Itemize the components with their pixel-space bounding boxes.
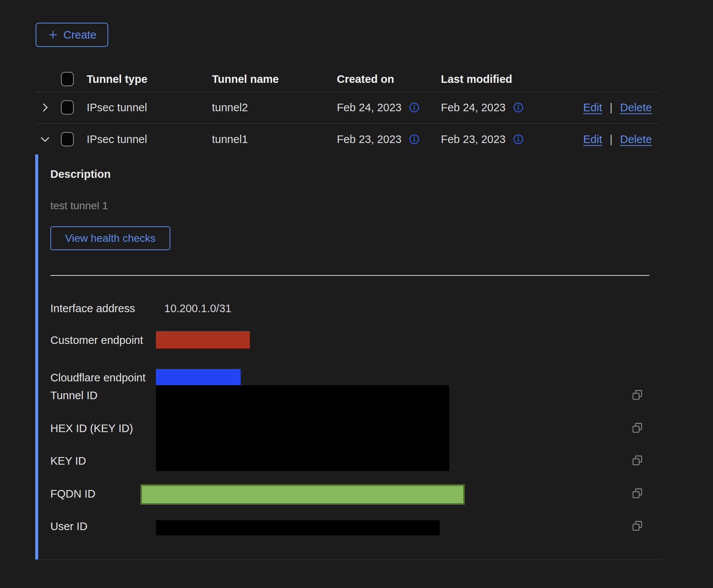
tunnel-name-cell: tunnel2 (212, 101, 248, 114)
cloudflare-endpoint-redacted-value (156, 369, 241, 386)
copy-user-id-button[interactable] (631, 520, 643, 532)
info-icon[interactable] (408, 133, 420, 145)
section-divider (50, 275, 649, 276)
tunnel-name-cell: tunnel1 (212, 133, 248, 145)
tunnel-id-label: Tunnel ID (50, 389, 98, 402)
expanded-row-panel: Description test tunnel 1 View health ch… (35, 154, 662, 560)
chevron-down-icon (39, 133, 51, 145)
fqdn-id-label: FQDN ID (50, 488, 95, 500)
delete-link[interactable]: Delete (620, 101, 652, 114)
copy-icon (631, 520, 643, 532)
hex-id-label: HEX ID (KEY ID) (50, 422, 133, 435)
create-button[interactable]: Create (36, 23, 108, 47)
customer-endpoint-redacted-value (156, 331, 250, 348)
last-modified-cell: Feb 23, 2023 (441, 133, 506, 145)
copy-tunnel-id-button[interactable] (631, 389, 643, 401)
table-header: Tunnel type Tunnel name Created on Last … (35, 67, 659, 92)
last-modified-cell: Feb 24, 2023 (441, 101, 506, 114)
create-button-label: Create (63, 29, 96, 41)
info-icon[interactable] (512, 133, 524, 145)
column-header-tunnel-type: Tunnel type (87, 73, 148, 86)
ipsec-tunnels-page: Create Tunnel type Tunnel name Created o… (0, 0, 713, 588)
column-header-tunnel-name: Tunnel name (212, 73, 279, 86)
copy-icon (631, 487, 643, 499)
copy-hex-id-button[interactable] (631, 422, 643, 434)
customer-endpoint-label: Customer endpoint (50, 334, 143, 347)
plus-icon (47, 29, 59, 40)
copy-key-id-button[interactable] (631, 454, 643, 467)
cloudflare-endpoint-label: Cloudflare endpoint (50, 372, 146, 384)
user-id-redacted-value (156, 520, 440, 535)
copy-icon (631, 454, 643, 467)
column-header-last-modified: Last modified (441, 73, 512, 86)
key-id-label: KEY ID (50, 455, 86, 467)
select-all-checkbox[interactable] (61, 72, 74, 86)
table-row: IPsec tunnel tunnel1 Feb 23, 2023 Feb 23… (35, 124, 659, 154)
table-row: IPsec tunnel tunnel2 Feb 24, 2023 Feb 24… (35, 92, 659, 124)
tunnel-type-cell: IPsec tunnel (87, 133, 147, 145)
info-icon[interactable] (512, 102, 524, 114)
delete-link[interactable]: Delete (620, 133, 652, 145)
fqdn-id-redacted-value (140, 484, 465, 505)
view-health-checks-button[interactable]: View health checks (50, 226, 170, 250)
tunnel-type-cell: IPsec tunnel (87, 101, 147, 114)
action-separator: | (610, 133, 613, 145)
action-separator: | (610, 101, 613, 114)
created-on-cell: Feb 23, 2023 (337, 133, 402, 145)
copy-fqdn-id-button[interactable] (631, 487, 643, 499)
row-checkbox[interactable] (61, 132, 74, 146)
created-on-cell: Feb 24, 2023 (337, 101, 402, 114)
column-header-created-on: Created on (337, 73, 394, 86)
edit-link[interactable]: Edit (583, 133, 602, 145)
interface-address-value: 10.200.1.0/31 (164, 302, 231, 315)
ids-redacted-value (156, 385, 449, 471)
interface-address-label: Interface address (50, 302, 135, 315)
collapse-row-button[interactable] (39, 133, 51, 145)
description-label: Description (50, 168, 111, 180)
user-id-label: User ID (50, 520, 87, 533)
row-checkbox[interactable] (61, 100, 74, 115)
edit-link[interactable]: Edit (583, 101, 602, 114)
copy-icon (631, 389, 643, 401)
copy-icon (631, 422, 643, 434)
description-value: test tunnel 1 (50, 200, 108, 212)
info-icon[interactable] (408, 102, 420, 114)
chevron-right-icon (39, 101, 51, 114)
expand-row-button[interactable] (39, 101, 51, 114)
